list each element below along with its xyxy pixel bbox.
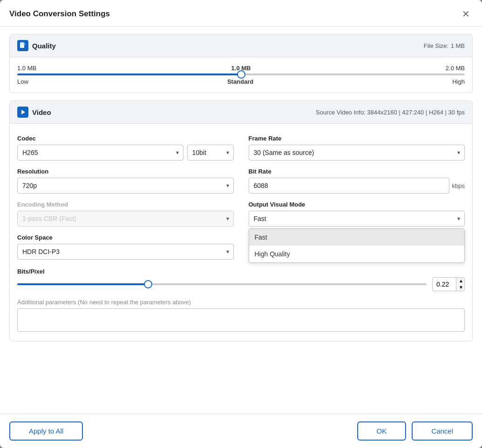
quality-min-size: 1.0 MB [17, 65, 36, 72]
quality-section: Quality File Size: 1 MB 1.0 MB 1.0 MB 2.… [9, 34, 473, 93]
quality-slider[interactable] [17, 74, 465, 75]
output-dropdown-list: Fast High Quality [249, 228, 465, 263]
video-icon [17, 107, 28, 118]
quality-section-header: Quality File Size: 1 MB [10, 34, 472, 57]
resolution-select-wrapper: 720p 1080p 1440p 2160p ▾ [17, 178, 234, 194]
svg-marker-1 [21, 110, 25, 114]
bitdepth-select-wrapper: 10bit 8bit ▾ [187, 145, 234, 160]
output-label: Output Visual Mode [249, 201, 465, 208]
footer-left: Apply to All [9, 421, 83, 441]
ok-button[interactable]: OK [357, 421, 407, 441]
codec-label: Codec [17, 135, 234, 142]
bitrate-unit: kbps [452, 182, 465, 189]
framerate-group: Frame Rate 30 (Same as source) 24 25 30 … [249, 135, 465, 160]
bits-decrement-btn[interactable]: ▼ [456, 284, 465, 291]
resolution-select[interactable]: 720p 1080p 1440p 2160p [17, 178, 234, 194]
bits-pixel-label: Bits/Pixel [17, 268, 45, 275]
video-section-content: Codec H265 H264 AV1 ▾ [10, 124, 472, 341]
bits-increment-btn[interactable]: ▲ [456, 278, 465, 284]
dialog-title: Video Conversion Settings [9, 9, 110, 19]
bits-value-input[interactable] [433, 279, 456, 290]
video-header-left: Video [17, 107, 51, 118]
quality-slider-fill [17, 74, 241, 75]
quality-filesize-info: File Size: 1 MB [424, 41, 465, 50]
colorspace-group: Color Space HDR DCI-P3 SDR BT.709 HDR BT… [17, 234, 234, 260]
dialog-body: Quality File Size: 1 MB 1.0 MB 1.0 MB 2.… [0, 27, 482, 414]
resolution-label: Resolution [17, 168, 234, 175]
encoding-select-wrapper: 1-pass CBR (Fast) 2-pass VBR ▾ [17, 211, 234, 227]
bitrate-row: kbps [249, 178, 465, 194]
encoding-select[interactable]: 1-pass CBR (Fast) 2-pass VBR [17, 211, 234, 227]
bitrate-group: Bit Rate kbps [249, 168, 465, 194]
codec-select[interactable]: H265 H264 AV1 [17, 145, 183, 160]
additional-params-input[interactable] [17, 308, 465, 332]
dialog-footer: Apply to All OK Cancel [0, 414, 482, 448]
additional-params-section: Additional parameters (No need to repeat… [17, 299, 465, 334]
bits-value-wrapper: ▲ ▼ [432, 277, 465, 291]
quality-range-labels: Low Standard High [17, 78, 465, 85]
bits-slider-fill [17, 283, 148, 285]
video-form-grid: Codec H265 H264 AV1 ▾ [17, 135, 465, 227]
video-source-info: Source Video Info: 3844x2160 | 427:240 |… [316, 109, 465, 116]
video-section-title: Video [32, 108, 51, 116]
encoding-group: Encoding Method 1-pass CBR (Fast) 2-pass… [17, 201, 234, 227]
footer-right: OK Cancel [357, 421, 473, 441]
codec-select-wrapper: H265 H264 AV1 ▾ [17, 145, 183, 160]
framerate-select[interactable]: 30 (Same as source) 24 25 30 60 [249, 145, 465, 160]
quality-header-left: Quality [17, 40, 56, 51]
quality-high-label: High [452, 78, 465, 85]
filesize-label: File Size: [424, 42, 448, 49]
bitrate-input[interactable] [249, 178, 449, 194]
output-option-hq[interactable]: High Quality [249, 246, 465, 262]
codec-group: Codec H265 H264 AV1 ▾ [17, 135, 234, 160]
output-visual-group: Output Visual Mode Fast High Quality ▾ F… [249, 201, 465, 227]
dialog-title-bar: Video Conversion Settings ✕ [0, 0, 482, 27]
quality-icon [17, 40, 28, 51]
bitrate-label: Bit Rate [249, 168, 465, 175]
additional-label-text: Additional parameters [17, 299, 76, 306]
bits-pixel-row: ▲ ▼ [17, 277, 465, 291]
video-section: Video Source Video Info: 3844x2160 | 427… [9, 100, 473, 341]
quality-section-content: 1.0 MB 1.0 MB 2.0 MB Low Standard High [10, 57, 472, 93]
quality-low-label: Low [17, 78, 28, 85]
bits-pixel-section: Bits/Pixel ▲ ▼ [17, 267, 465, 291]
output-option-fast[interactable]: Fast [249, 229, 465, 246]
bits-slider-container [17, 280, 427, 289]
framerate-label: Frame Rate [249, 135, 465, 142]
output-select[interactable]: Fast High Quality [249, 211, 465, 227]
additional-params-label: Additional parameters (No need to repeat… [17, 299, 465, 306]
framerate-select-wrapper: 30 (Same as source) 24 25 30 60 ▾ [249, 145, 465, 160]
video-section-header: Video Source Video Info: 3844x2160 | 427… [10, 101, 472, 124]
resolution-group: Resolution 720p 1080p 1440p 2160p ▾ [17, 168, 234, 194]
color-select-wrapper: HDR DCI-P3 SDR BT.709 HDR BT.2020 ▾ [17, 244, 234, 260]
quality-slider-thumb[interactable] [237, 70, 245, 79]
quality-slider-track [17, 74, 465, 75]
bitdepth-select[interactable]: 10bit 8bit [187, 145, 234, 160]
bits-slider-thumb[interactable] [144, 280, 152, 288]
additional-hint-text: (No need to repeat the parameters above) [78, 299, 191, 306]
quality-standard-label: Standard [227, 78, 253, 85]
filesize-value: 1 MB [451, 42, 465, 49]
color-select[interactable]: HDR DCI-P3 SDR BT.709 HDR BT.2020 [17, 244, 234, 260]
color-label: Color Space [17, 234, 234, 241]
bits-spinners: ▲ ▼ [456, 278, 465, 291]
bits-slider-track [17, 283, 427, 285]
output-dropdown-wrapper: Fast High Quality ▾ Fast High Quality [249, 211, 465, 227]
close-button[interactable]: ✕ [459, 7, 473, 20]
codec-row: H265 H264 AV1 ▾ 10bit 8bit [17, 145, 234, 160]
quality-max-size: 2.0 MB [446, 65, 465, 72]
encoding-label: Encoding Method [17, 201, 234, 208]
dialog-container: Video Conversion Settings ✕ Quality File… [0, 0, 482, 448]
apply-all-button[interactable]: Apply to All [9, 421, 83, 441]
cancel-button[interactable]: Cancel [412, 421, 473, 441]
quality-section-title: Quality [32, 42, 56, 50]
